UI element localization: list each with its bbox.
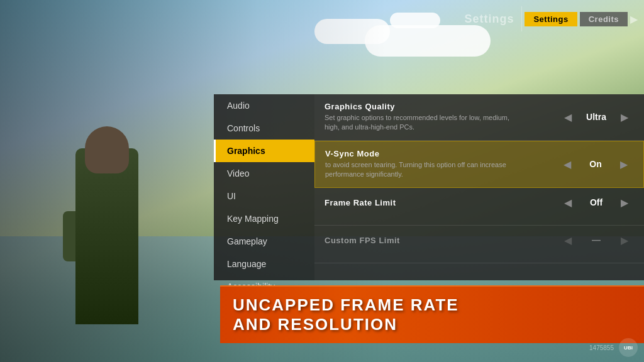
arrow-left-frame-rate[interactable]: ◀: [560, 195, 575, 210]
sidebar-item-controls[interactable]: Controls: [214, 117, 314, 140]
setting-title-graphics-quality: Graphics Quality: [325, 102, 526, 111]
tab-divider: [521, 6, 522, 31]
setting-info-frame-rate: Frame Rate Limit: [325, 198, 396, 207]
setting-value-vsync: On: [580, 159, 611, 169]
setting-info-graphics-quality: Graphics Quality Set graphic options to …: [325, 102, 526, 133]
setting-header-vsync: V-Sync Mode to avoid screen tearing. Tur…: [325, 149, 633, 180]
arrow-right-custom-fps[interactable]: ▶: [617, 233, 632, 248]
setting-info-custom-fps: Custom FPS Limit: [325, 236, 400, 245]
sidebar-item-gameplay[interactable]: Gameplay: [214, 230, 314, 253]
setting-row-graphics-quality: Graphics Quality Set graphic options to …: [314, 94, 644, 141]
arrow-right-vsync[interactable]: ▶: [616, 157, 631, 172]
setting-desc-vsync: to avoid screen tearing. Turning this op…: [325, 160, 526, 180]
setting-info-vsync: V-Sync Mode to avoid screen tearing. Tur…: [325, 149, 526, 180]
ubisoft-logo: UBI: [619, 338, 638, 357]
setting-value-graphics-quality: Ultra: [580, 112, 612, 122]
sidebar-item-video[interactable]: Video: [214, 162, 314, 185]
tab-settings[interactable]: Settings: [525, 12, 577, 26]
version-number: 1475855: [589, 344, 614, 351]
nav-menu: Audio Controls Graphics Video UI Key Map…: [214, 94, 314, 280]
sidebar-item-audio[interactable]: Audio: [214, 94, 314, 117]
sidebar-item-language[interactable]: Language: [214, 253, 314, 275]
banner-line2: AND RESOLUTION: [233, 315, 631, 334]
settings-bg-label: Settings: [464, 13, 514, 26]
setting-desc-graphics-quality: Set graphic options to recommended level…: [325, 113, 526, 133]
setting-header-frame-rate: Frame Rate Limit ◀ Off ▶: [325, 195, 634, 210]
sidebar-item-ui[interactable]: UI: [214, 185, 314, 207]
setting-title-custom-fps: Custom FPS Limit: [325, 236, 400, 245]
character-silhouette: [50, 123, 176, 324]
sidebar-item-key-mapping[interactable]: Key Mapping: [214, 207, 314, 230]
tab-arrow-right: ▶: [630, 13, 638, 25]
arrow-right-frame-rate[interactable]: ▶: [617, 195, 632, 210]
settings-panel: Audio Controls Graphics Video UI Key Map…: [214, 94, 644, 280]
setting-header-graphics-quality: Graphics Quality Set graphic options to …: [325, 102, 634, 133]
char-head: [85, 126, 129, 173]
setting-row-vsync: V-Sync Mode to avoid screen tearing. Tur…: [314, 141, 644, 188]
arrow-left-custom-fps[interactable]: ◀: [560, 233, 575, 248]
setting-value-frame-rate: Off: [580, 197, 612, 207]
setting-control-vsync: ◀ On ▶: [558, 157, 633, 172]
setting-title-frame-rate: Frame Rate Limit: [325, 198, 396, 207]
setting-row-frame-rate: Frame Rate Limit ◀ Off ▶: [314, 188, 644, 226]
bottom-right: 1475855 UBI: [589, 338, 638, 357]
setting-header-custom-fps: Custom FPS Limit ◀ — ▶: [325, 233, 634, 248]
top-bar: Settings Settings Credits ▶: [464, 6, 638, 31]
arrow-left-graphics-quality[interactable]: ◀: [560, 110, 575, 124]
setting-value-custom-fps: —: [580, 235, 612, 245]
content-area: Graphics Quality Set graphic options to …: [314, 94, 644, 280]
banner-line1: UNCAPPED FRAME RATE: [233, 295, 631, 315]
bottom-banner: UNCAPPED FRAME RATE AND RESOLUTION: [220, 285, 644, 343]
tab-credits[interactable]: Credits: [580, 12, 628, 26]
setting-control-custom-fps: ◀ — ▶: [558, 233, 634, 248]
sidebar-item-graphics[interactable]: Graphics: [214, 140, 314, 162]
setting-row-custom-fps: Custom FPS Limit ◀ — ▶: [314, 226, 644, 263]
char-body: [75, 148, 138, 324]
setting-control-graphics-quality: ◀ Ultra ▶: [558, 110, 634, 124]
arrow-right-graphics-quality[interactable]: ▶: [617, 110, 632, 124]
arrow-left-vsync[interactable]: ◀: [560, 157, 575, 172]
setting-control-frame-rate: ◀ Off ▶: [558, 195, 634, 210]
setting-title-vsync: V-Sync Mode: [325, 149, 526, 158]
